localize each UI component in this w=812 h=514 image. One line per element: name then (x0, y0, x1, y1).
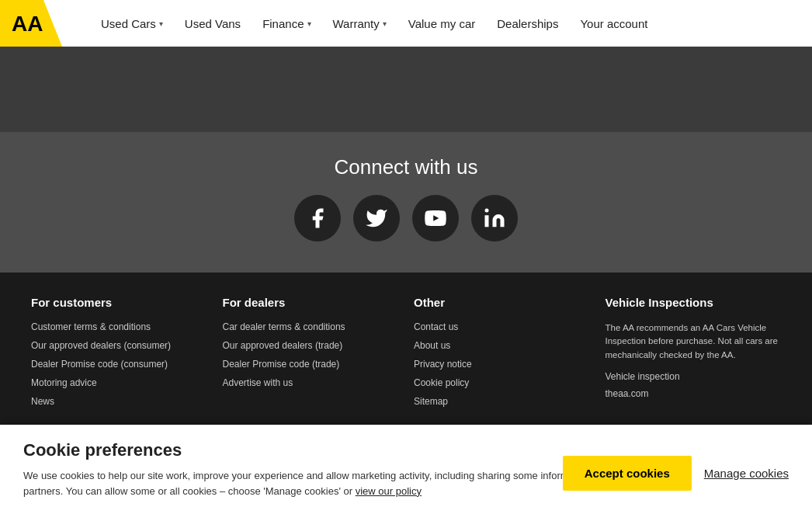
connect-title: Connect with us (0, 155, 812, 179)
chevron-down-icon: ▾ (383, 19, 387, 28)
footer-col-desc-3: The AA recommends an AA Cars Vehicle Ins… (606, 321, 782, 362)
footer-link[interactable]: Contact us (414, 321, 590, 332)
footer-link[interactable]: theaa.com (606, 388, 782, 399)
footer-col-3: Vehicle InspectionsThe AA recommends an … (606, 296, 782, 415)
footer-link[interactable]: Our approved dealers (trade) (223, 340, 399, 351)
cookie-text-content: We use cookies to help our site work, im… (23, 470, 629, 497)
manage-cookies-button[interactable]: Manage cookies (704, 467, 789, 480)
footer-link[interactable]: Motoring advice (31, 377, 207, 388)
accept-cookies-button[interactable]: Accept cookies (563, 456, 692, 491)
twitter-icon[interactable] (353, 195, 400, 241)
youtube-icon[interactable] (412, 195, 459, 241)
view-policy-link[interactable]: view our policy (356, 485, 422, 497)
footer-col-title-1: For dealers (223, 296, 399, 309)
aa-logo[interactable]: AA (12, 12, 43, 36)
social-icons-container (0, 195, 812, 241)
footer-col-1: For dealersCar dealer terms & conditions… (223, 296, 399, 415)
nav-item-finance[interactable]: Finance ▾ (255, 11, 318, 36)
chevron-down-icon: ▾ (159, 19, 163, 28)
footer-link[interactable]: Customer terms & conditions (31, 321, 207, 332)
connect-section: Connect with us (0, 132, 812, 273)
footer-col-title-0: For customers (31, 296, 207, 309)
header: AA Used Cars ▾Used VansFinance ▾Warranty… (0, 0, 812, 47)
hero-section (0, 47, 812, 132)
footer-link[interactable]: Privacy notice (414, 359, 590, 370)
nav-item-value-my-car[interactable]: Value my car (401, 11, 483, 36)
main-navigation: Used Cars ▾Used VansFinance ▾Warranty ▾V… (93, 11, 655, 36)
footer-col-2: OtherContact usAbout usPrivacy noticeCoo… (414, 296, 590, 415)
footer-col-0: For customersCustomer terms & conditions… (31, 296, 207, 415)
nav-item-used-cars[interactable]: Used Cars ▾ (93, 11, 171, 36)
footer-col-title-3: Vehicle Inspections (606, 296, 782, 309)
linkedin-icon[interactable] (471, 195, 518, 241)
footer-link[interactable]: Cookie policy (414, 377, 590, 388)
footer-link[interactable]: Our approved dealers (consumer) (31, 340, 207, 351)
footer-col-title-2: Other (414, 296, 590, 309)
footer-link[interactable]: Car dealer terms & conditions (223, 321, 399, 332)
footer-link[interactable]: Advertise with us (223, 377, 399, 388)
nav-item-dealerships[interactable]: Dealerships (489, 11, 566, 36)
footer-link[interactable]: Sitemap (414, 396, 590, 407)
cookie-banner: Cookie preferences We use cookies to hel… (0, 425, 812, 514)
footer: For customersCustomer terms & conditions… (0, 273, 812, 438)
footer-link[interactable]: Dealer Promise code (consumer) (31, 359, 207, 370)
footer-link[interactable]: Dealer Promise code (trade) (223, 359, 399, 370)
nav-item-your-account[interactable]: Your account (572, 11, 655, 36)
svg-point-1 (485, 209, 489, 213)
footer-link[interactable]: News (31, 396, 207, 407)
chevron-down-icon: ▾ (307, 19, 311, 28)
facebook-icon[interactable] (294, 195, 341, 241)
footer-link[interactable]: About us (414, 340, 590, 351)
nav-item-used-vans[interactable]: Used Vans (177, 11, 248, 36)
footer-link[interactable]: Vehicle inspection (606, 371, 782, 382)
nav-item-warranty[interactable]: Warranty ▾ (325, 11, 394, 36)
cookie-buttons: Accept cookies Manage cookies (563, 456, 789, 491)
